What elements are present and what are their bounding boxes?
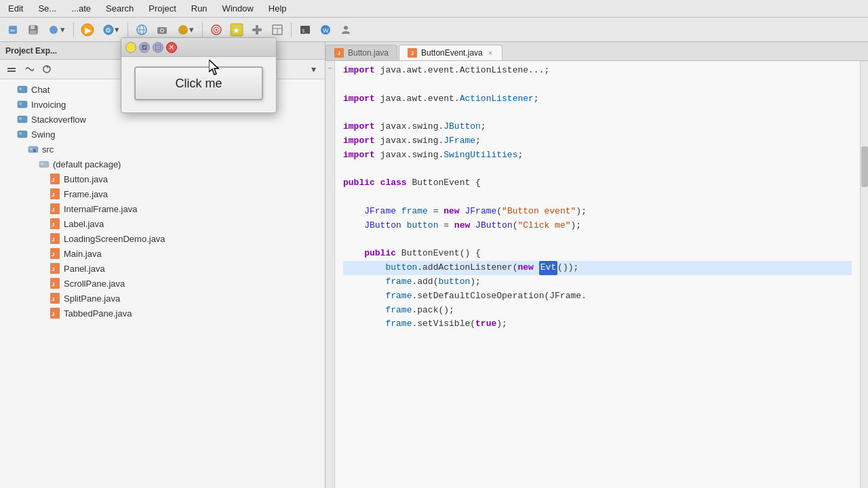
svg-rect-69	[143, 45, 147, 49]
ide-frame: Edit Se... ...ate Search Project Run Win…	[0, 0, 868, 488]
svg-point-5	[50, 26, 58, 34]
tree-item-default-package[interactable]: (default package)	[0, 157, 325, 171]
vertical-scrollbar[interactable]	[860, 61, 868, 488]
toolbar-back-btn[interactable]: ⇐	[4, 21, 22, 39]
window-restore-btn[interactable]	[139, 42, 150, 53]
var-frame-4: frame	[385, 304, 412, 318]
toolbar-panel-btn[interactable]	[269, 21, 286, 39]
toolbar-sep-1	[73, 22, 74, 37]
tree-item-src[interactable]: S src	[0, 142, 325, 157]
type-jframe-2: JFrame	[465, 205, 496, 219]
tree-label-scrollpane-java: ScrollPane.java	[64, 279, 125, 289]
tab-buttonevent-java[interactable]: J ButtonEvent.java ×	[399, 45, 502, 60]
click-me-button[interactable]: Click me	[134, 66, 263, 100]
java-icon-panel: J	[49, 262, 61, 274]
kw-new-2: new	[454, 219, 470, 233]
toolbar-web-btn[interactable]: W	[317, 21, 334, 39]
toolbar-person-btn[interactable]	[337, 21, 355, 39]
sidebar-title: Project Exp...	[5, 46, 57, 56]
tree-item-button-java[interactable]: J Button.java	[0, 171, 325, 186]
package-icon-stackoverflow	[16, 113, 28, 125]
toolbar-terminal-btn[interactable]: $_	[296, 21, 314, 39]
tree-item-stackoverflow[interactable]: Stackoverflow	[0, 112, 325, 127]
toolbar-dropdown-1[interactable]: ▾	[45, 22, 68, 37]
java-icon-internalframe: J	[49, 203, 61, 215]
tree-item-splitpane-java[interactable]: J SplitPane.java	[0, 291, 325, 306]
var-button-1: button	[407, 219, 439, 233]
var-frame-5: frame	[385, 317, 412, 331]
java-icon-label: J	[49, 218, 61, 230]
tree-area: Chat Invoicing Stackoverflow	[0, 79, 325, 488]
package-icon-invoicing	[16, 98, 28, 110]
code-line-14: public ButtonEvent() {	[343, 247, 852, 261]
menu-ate[interactable]: ...ate	[68, 3, 94, 14]
type-jbutton-2: JButton	[475, 219, 513, 233]
menu-window[interactable]: Window	[220, 3, 256, 14]
tree-label-default-package: (default package)	[53, 159, 121, 169]
menu-se[interactable]: Se...	[35, 3, 59, 14]
svg-text:★: ★	[233, 26, 240, 35]
svg-point-16	[178, 25, 188, 35]
kw-public-2: public	[364, 247, 396, 261]
java-icon-loadingscreendemo: J	[49, 232, 61, 245]
window-maximize-btn[interactable]	[153, 42, 163, 53]
tree-label-internalframe-java: InternalFrame.java	[64, 204, 137, 214]
sidebar-dropdown-btn[interactable]: ▾	[306, 62, 321, 77]
sidebar-link-btn[interactable]	[22, 62, 37, 77]
tree-item-tabbedpane-java[interactable]: J TabbedPane.java	[0, 306, 325, 321]
toolbar-camera-btn[interactable]	[153, 21, 171, 39]
sidebar-collapse-btn[interactable]	[4, 62, 19, 77]
tree-item-loadingscreendemo-java[interactable]: J LoadingScreenDemo.java	[0, 231, 325, 246]
gutter-collapse-btn[interactable]: −	[326, 64, 334, 72]
tree-item-frame-java[interactable]: J Frame.java	[0, 186, 325, 201]
svg-rect-42	[19, 132, 22, 135]
kw-import-4: import	[343, 134, 375, 148]
tree-item-internalframe-java[interactable]: J InternalFrame.java	[0, 201, 325, 216]
tree-item-scrollpane-java[interactable]: J ScrollPane.java	[0, 276, 325, 291]
code-line-9: public class ButtonEvent {	[343, 176, 852, 190]
toolbar-target-btn[interactable]	[208, 21, 225, 39]
menu-edit[interactable]: Edit	[5, 3, 26, 14]
svg-rect-4	[30, 30, 37, 34]
toolbar-save-btn[interactable]	[24, 21, 42, 39]
toolbar-new-btn[interactable]: ▶	[79, 21, 96, 39]
code-content[interactable]: import java.awt.event.ActionListene...; …	[335, 61, 860, 488]
sidebar-sync-btn[interactable]	[39, 62, 54, 77]
code-line-1: import java.awt.event.ActionListene...;	[343, 64, 852, 78]
svg-text:J: J	[52, 311, 54, 317]
code-editor: − import java.awt.event.ActionListene...…	[326, 61, 868, 488]
tree-label-button-java: Button.java	[64, 174, 108, 184]
tree-item-swing[interactable]: Swing	[0, 127, 325, 142]
window-close-btn[interactable]	[166, 42, 177, 53]
svg-point-15	[161, 29, 163, 31]
type-jbutton-1: JButton	[364, 219, 401, 233]
toolbar-dropdown-2[interactable]: ⚙▾	[99, 22, 123, 38]
tree-item-panel-java[interactable]: J Panel.java	[0, 261, 325, 276]
java-icon-button: J	[49, 173, 61, 185]
var-button-2: button	[385, 261, 417, 275]
java-icon-tabbedpane: J	[49, 307, 61, 319]
menu-run[interactable]: Run	[189, 3, 210, 14]
toolbar-dropdown-3[interactable]: ▾	[174, 22, 197, 38]
kw-import-2: import	[343, 92, 375, 106]
kw-import-3: import	[343, 120, 375, 134]
tree-label-panel-java: Panel.java	[64, 264, 105, 274]
editor-tabs: J Button.java J ButtonEvent.java ×	[326, 42, 868, 61]
window-minimize-btn[interactable]	[125, 42, 136, 53]
svg-point-31	[344, 26, 348, 30]
tab-button-java[interactable]: J Button.java	[326, 45, 397, 60]
svg-text:J: J	[52, 251, 54, 258]
tree-item-main-java[interactable]: J Main.java	[0, 246, 325, 261]
svg-text:⇐: ⇐	[10, 27, 16, 34]
menu-help[interactable]: Help	[266, 3, 290, 14]
menu-search[interactable]: Search	[103, 3, 136, 14]
tree-label-invoicing: Invoicing	[31, 100, 66, 110]
scrollbar-thumb[interactable]	[861, 146, 868, 187]
tree-item-label-java[interactable]: J Label.java	[0, 216, 325, 231]
tab-close-btn[interactable]: ×	[487, 49, 494, 57]
toolbar-globe-btn[interactable]	[133, 21, 151, 39]
toolbar-star-btn[interactable]: ★	[228, 21, 245, 39]
toolbar-tools-btn[interactable]	[248, 21, 266, 39]
code-line-15: button.addActionListener(new Evt());	[343, 261, 852, 275]
menu-project[interactable]: Project	[146, 3, 178, 14]
